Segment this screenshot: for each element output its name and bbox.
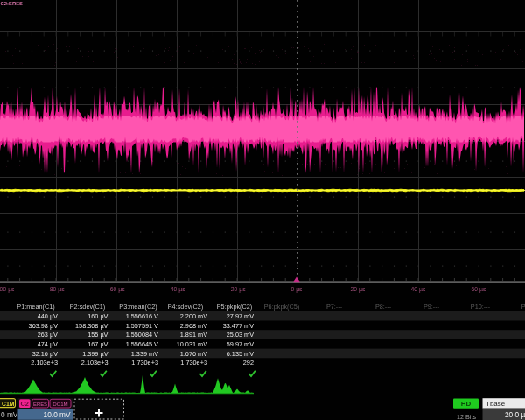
svg-text:P11: P11: [522, 303, 525, 311]
svg-text:263 µV: 263 µV: [38, 331, 58, 339]
svg-text:474 µV: 474 µV: [38, 340, 58, 348]
svg-text:0 mV: 0 mV: [1, 410, 18, 419]
svg-text:P7:---: P7:---: [326, 303, 343, 311]
svg-text:P5:pkpk(C2): P5:pkpk(C2): [217, 303, 253, 311]
svg-text:P2:sdev(C1): P2:sdev(C1): [70, 303, 106, 311]
svg-text:P6:pkpk(C5): P6:pkpk(C5): [264, 303, 300, 311]
svg-text:1.339 mV: 1.339 mV: [131, 350, 158, 358]
svg-text:P1:mean(C1): P1:mean(C1): [17, 303, 54, 311]
svg-text:C1M: C1M: [2, 401, 15, 407]
svg-text:1.730e+3: 1.730e+3: [131, 359, 158, 367]
svg-text:-40 µs: -40 µs: [168, 286, 186, 293]
svg-text:2.200 mV: 2.200 mV: [180, 312, 207, 320]
svg-text:1.891 mV: 1.891 mV: [180, 331, 207, 339]
svg-text:P3:mean(C2): P3:mean(C2): [119, 303, 157, 311]
svg-text:363.98 µV: 363.98 µV: [29, 322, 59, 330]
svg-text:155 µV: 155 µV: [88, 331, 108, 339]
svg-text:Tbase: Tbase: [486, 400, 506, 408]
svg-text:P8:---: P8:---: [375, 303, 392, 311]
svg-text:1.557591 V: 1.557591 V: [126, 322, 158, 330]
svg-text:10.031 mV: 10.031 mV: [177, 340, 207, 348]
svg-text:32.16 µV: 32.16 µV: [32, 350, 58, 358]
svg-text:440 µV: 440 µV: [38, 312, 58, 320]
svg-text:40 µs: 40 µs: [411, 286, 427, 293]
svg-text:1.550084 V: 1.550084 V: [126, 331, 158, 339]
svg-text:1.676 mV: 1.676 mV: [180, 350, 207, 358]
svg-text:60 µs: 60 µs: [472, 286, 487, 293]
svg-text:-80 µs: -80 µs: [47, 286, 65, 293]
svg-text:0 µs: 0 µs: [290, 286, 303, 293]
svg-text:158.308 µV: 158.308 µV: [75, 322, 108, 330]
svg-text:292: 292: [243, 359, 254, 367]
svg-text:10.0 mV: 10.0 mV: [44, 410, 71, 419]
svg-text:167 µV: 167 µV: [88, 340, 108, 348]
svg-text:P4:sdev(C2): P4:sdev(C2): [168, 303, 204, 311]
svg-text:20.0 µs: 20.0 µs: [505, 410, 525, 419]
svg-text:1.556645 V: 1.556645 V: [126, 340, 158, 348]
svg-text:33.477 mV: 33.477 mV: [223, 322, 254, 330]
svg-text:59.97 mV: 59.97 mV: [227, 340, 254, 348]
svg-text:C2:ERES: C2:ERES: [1, 1, 24, 6]
svg-text:160 µV: 160 µV: [88, 312, 108, 320]
svg-text:P9:---: P9:---: [424, 303, 440, 311]
svg-text:1.399 µV: 1.399 µV: [82, 350, 108, 358]
svg-text:-100 µs: -100 µs: [0, 286, 15, 293]
svg-text:27.97 mV: 27.97 mV: [227, 312, 254, 320]
svg-text:-20 µs: -20 µs: [228, 286, 246, 293]
svg-text:1.730e+3: 1.730e+3: [180, 359, 207, 367]
svg-text:20 µs: 20 µs: [351, 286, 367, 293]
svg-text:1.556616 V: 1.556616 V: [126, 312, 158, 320]
svg-text:2.103e+3: 2.103e+3: [31, 359, 58, 367]
svg-text:-60 µs: -60 µs: [108, 286, 125, 293]
svg-text:C2: C2: [20, 400, 28, 408]
svg-text:2.968 mV: 2.968 mV: [180, 322, 207, 330]
svg-text:DC1M: DC1M: [52, 401, 68, 407]
svg-text:HD: HD: [461, 400, 472, 408]
svg-text:12 Bits: 12 Bits: [457, 413, 476, 420]
svg-text:6.135 mV: 6.135 mV: [227, 350, 254, 358]
svg-text:25.03 mV: 25.03 mV: [227, 331, 254, 339]
svg-text:2.103e+3: 2.103e+3: [81, 359, 108, 367]
svg-text:P10:---: P10:---: [471, 303, 491, 311]
svg-text:ERES: ERES: [33, 402, 47, 407]
